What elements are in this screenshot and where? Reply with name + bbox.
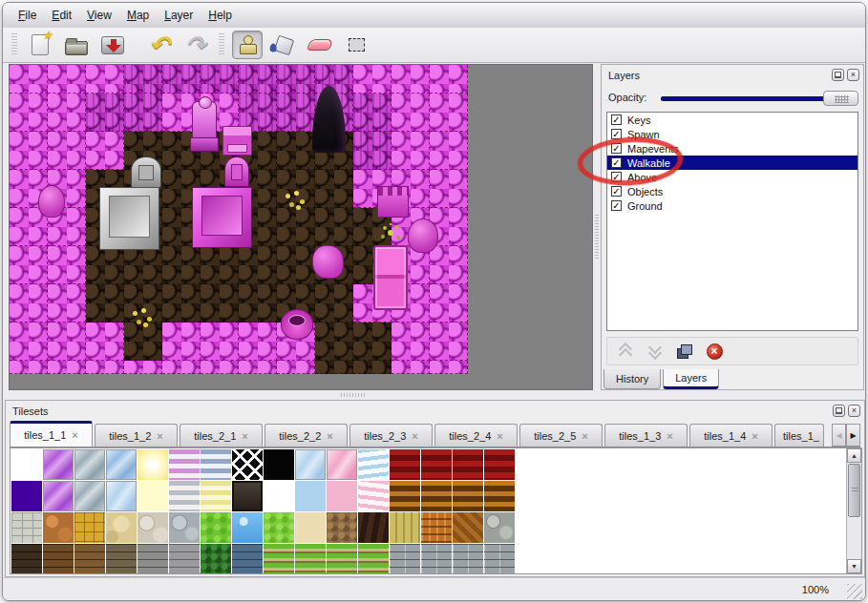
tileset-tile-glass-blue2[interactable] bbox=[295, 449, 326, 480]
map-tile[interactable] bbox=[353, 132, 392, 170]
map-tile[interactable] bbox=[430, 94, 468, 132]
tab-close-icon[interactable]: × bbox=[497, 431, 502, 441]
tileset-tile-dirt[interactable] bbox=[327, 512, 357, 543]
map-tile[interactable] bbox=[86, 65, 124, 94]
tileset-tab-tiles_2_5[interactable]: tiles_2_5× bbox=[519, 424, 603, 447]
map-tile[interactable] bbox=[239, 322, 277, 361]
layer-row-ground[interactable]: ✓Ground bbox=[607, 198, 857, 213]
map-tile[interactable] bbox=[124, 94, 162, 132]
tileset-tile-hedge[interactable] bbox=[201, 544, 231, 574]
tileset-tile-stone-orange[interactable] bbox=[43, 512, 74, 543]
tileset-tile-sand-cracked[interactable] bbox=[106, 512, 137, 543]
tileset-tile-brick-stone[interactable] bbox=[106, 544, 137, 574]
tileset-tile-carpet-brown[interactable] bbox=[421, 481, 452, 511]
tileset-tile-stripes-yellow[interactable] bbox=[201, 481, 231, 511]
eraser-button[interactable] bbox=[305, 31, 335, 59]
vertical-splitter[interactable] bbox=[593, 64, 601, 390]
tileset-tile-grass[interactable] bbox=[201, 512, 231, 543]
layer-visibility-checkbox[interactable]: ✓ bbox=[611, 186, 622, 197]
menu-file[interactable]: File bbox=[11, 6, 44, 25]
tileset-tile-black[interactable] bbox=[264, 449, 294, 480]
tabs-scroll-left-button[interactable]: ◀ bbox=[832, 424, 846, 447]
map-tile[interactable] bbox=[430, 170, 468, 208]
map-tile[interactable] bbox=[10, 322, 48, 361]
tab-layers[interactable]: Layers bbox=[663, 369, 719, 389]
menu-help[interactable]: Help bbox=[201, 6, 240, 25]
tileset-tile-tile-yellow[interactable] bbox=[74, 512, 105, 543]
layer-visibility-checkbox[interactable]: ✓ bbox=[611, 200, 622, 211]
select-button[interactable] bbox=[341, 31, 371, 59]
tileset-tile-brick-dark[interactable] bbox=[11, 544, 42, 574]
tileset-tab-tiles_1_2[interactable]: tiles_1_2× bbox=[95, 424, 178, 447]
map-tile[interactable] bbox=[86, 322, 124, 361]
tileset-tile-stripes-blue[interactable] bbox=[201, 449, 231, 480]
tileset-tile-blue-solid[interactable] bbox=[295, 481, 326, 511]
map-tile[interactable] bbox=[10, 284, 48, 322]
map-tile[interactable] bbox=[201, 284, 239, 322]
map-tile[interactable] bbox=[430, 246, 468, 284]
toolbar-grip[interactable] bbox=[219, 33, 224, 56]
horizontal-splitter[interactable] bbox=[3, 390, 866, 400]
map-tile[interactable] bbox=[10, 65, 48, 94]
lower-layer-button[interactable] bbox=[645, 341, 666, 362]
map-tile[interactable] bbox=[48, 65, 86, 94]
tileset-tile-slab-gray[interactable] bbox=[11, 512, 42, 543]
tileset-tile-glass-blue2[interactable] bbox=[106, 481, 137, 511]
map-tile[interactable] bbox=[430, 132, 468, 170]
tilesets-panel-close-button[interactable]: × bbox=[848, 405, 860, 417]
layer-row-above[interactable]: ✓Above bbox=[607, 170, 857, 184]
tab-history[interactable]: History bbox=[603, 369, 661, 389]
map-tile[interactable] bbox=[277, 65, 315, 94]
layer-visibility-checkbox[interactable]: ✓ bbox=[611, 172, 622, 182]
tabs-scroll-right-button[interactable]: ▶ bbox=[846, 424, 860, 447]
map-canvas[interactable] bbox=[9, 64, 593, 390]
map-tile[interactable] bbox=[48, 94, 86, 132]
layer-row-keys[interactable]: ✓Keys bbox=[607, 113, 857, 127]
tileset-tile-grasspath[interactable] bbox=[295, 544, 326, 574]
tileset-tile-glass-pink[interactable] bbox=[327, 449, 357, 480]
map-tile[interactable] bbox=[315, 170, 353, 208]
tileset-tile-carpet-red[interactable] bbox=[453, 449, 483, 480]
duplicate-layer-button[interactable] bbox=[674, 341, 695, 362]
tileset-tile-grasspath[interactable] bbox=[264, 544, 294, 574]
tileset-tile-glass-purple[interactable] bbox=[43, 481, 74, 511]
tileset-tab-tiles_1[interactable]: tiles_1_× bbox=[774, 424, 824, 447]
tileset-tile-purple[interactable] bbox=[11, 481, 42, 511]
map-tile[interactable] bbox=[430, 284, 468, 322]
tileset-tile-water[interactable] bbox=[232, 512, 263, 543]
menu-layer[interactable]: Layer bbox=[157, 6, 201, 25]
tileset-tab-tiles_2_2[interactable]: tiles_2_2× bbox=[265, 424, 348, 447]
tab-close-icon[interactable]: × bbox=[412, 431, 417, 441]
layers-panel-float-button[interactable] bbox=[832, 69, 844, 81]
resize-grip[interactable] bbox=[847, 584, 862, 599]
tileset-tile-empty[interactable] bbox=[264, 481, 294, 511]
tileset-tile-plaque[interactable] bbox=[232, 481, 263, 511]
map-tile[interactable] bbox=[201, 65, 239, 94]
map-tile[interactable] bbox=[201, 361, 239, 374]
map-tile[interactable] bbox=[48, 132, 86, 170]
tileset-tile-bamboo[interactable] bbox=[390, 512, 420, 543]
tileset-tile-wood-dark[interactable] bbox=[358, 512, 389, 543]
tileset-tile-glass-blue[interactable] bbox=[106, 449, 137, 480]
tileset-tile-grass2[interactable] bbox=[264, 512, 294, 543]
tab-close-icon[interactable]: × bbox=[157, 431, 162, 441]
tileset-tile-carpet-brown[interactable] bbox=[390, 481, 420, 511]
map-tile[interactable] bbox=[392, 94, 430, 132]
tileset-tile-wall-gray[interactable] bbox=[421, 544, 452, 574]
map-tile[interactable] bbox=[48, 284, 86, 322]
tileset-tile-wall-gray[interactable] bbox=[390, 544, 420, 574]
map-tile[interactable] bbox=[353, 322, 392, 361]
open-button[interactable] bbox=[61, 31, 92, 59]
map-tile[interactable] bbox=[86, 94, 124, 132]
tileset-tile-cobble-gray[interactable] bbox=[169, 512, 200, 543]
map-tile[interactable] bbox=[162, 322, 201, 361]
map-tile[interactable] bbox=[86, 132, 124, 170]
tab-close-icon[interactable]: × bbox=[667, 431, 672, 441]
layer-visibility-checkbox[interactable]: ✓ bbox=[611, 129, 622, 139]
map-tile[interactable] bbox=[353, 65, 392, 94]
tileset-tile-banner-blue[interactable] bbox=[358, 449, 389, 480]
opacity-slider[interactable] bbox=[659, 88, 858, 109]
tileset-tile-brick-gray2[interactable] bbox=[169, 544, 200, 574]
tileset-tile-wall-gray[interactable] bbox=[484, 544, 515, 574]
tileset-tile-brick-brown[interactable] bbox=[43, 544, 74, 574]
